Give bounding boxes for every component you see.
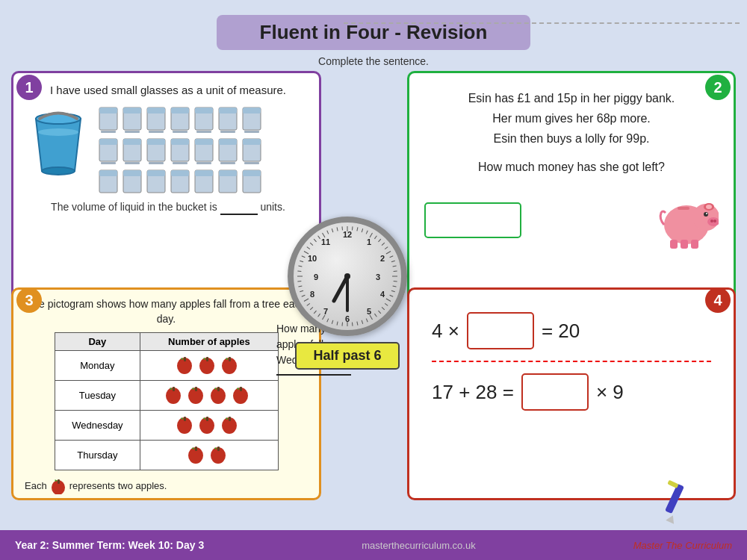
svg-rect-50 [123, 170, 141, 176]
clock-container: 12 3 6 9 1 2 4 5 7 8 10 11 Half past 6 [284, 217, 411, 370]
svg-line-179 [334, 276, 347, 301]
svg-rect-83 [206, 357, 208, 361]
q1-bottom-text: The volume of liquid in the bucket is un… [28, 199, 308, 215]
bucket-image [28, 104, 88, 178]
q3-intro: The pictogram shows how many apples fall… [25, 297, 308, 326]
piggy-bank-image [655, 189, 719, 252]
svg-point-72 [710, 220, 713, 223]
svg-line-117 [390, 256, 394, 258]
svg-line-144 [310, 307, 313, 309]
footer-left: Year 2: Summer Term: Week 10: Day 3 [15, 539, 204, 551]
svg-text:4: 4 [380, 290, 385, 299]
q4-eq1-right: = 20 [542, 320, 580, 343]
table-row: Thursday [55, 441, 278, 470]
svg-line-139 [332, 320, 333, 324]
svg-text:10: 10 [308, 254, 317, 263]
svg-line-142 [318, 314, 320, 317]
svg-rect-77 [670, 240, 678, 249]
svg-line-143 [314, 311, 316, 314]
svg-rect-89 [195, 387, 197, 391]
svg-line-146 [304, 299, 309, 302]
svg-text:6: 6 [345, 314, 350, 323]
svg-line-120 [394, 271, 397, 272]
svg-line-135 [352, 323, 353, 326]
svg-rect-41 [219, 139, 237, 145]
svg-rect-95 [184, 417, 186, 421]
dashed-line [344, 22, 740, 24]
table-header-apples: Number of apples [140, 333, 278, 351]
svg-rect-26 [99, 139, 117, 145]
q4-equation-2: 17 + 28 = × 9 [432, 373, 711, 411]
svg-line-114 [382, 243, 385, 245]
question-number-3: 3 [16, 287, 42, 313]
svg-line-158 [310, 243, 313, 245]
svg-line-130 [374, 314, 376, 317]
top-instruction: Complete the sentence. [0, 55, 747, 67]
svg-line-109 [362, 228, 363, 232]
svg-rect-27 [101, 162, 116, 164]
svg-line-159 [314, 239, 316, 242]
svg-text:11: 11 [321, 237, 330, 246]
svg-rect-11 [147, 108, 165, 113]
svg-rect-30 [125, 162, 140, 164]
svg-rect-181 [665, 484, 684, 514]
svg-line-112 [374, 236, 376, 239]
svg-point-3 [38, 128, 78, 136]
svg-rect-15 [173, 131, 187, 133]
svg-text:5: 5 [367, 307, 371, 316]
q1-sentence: I have used small glasses as a unit of m… [28, 82, 308, 98]
svg-rect-97 [206, 417, 208, 421]
svg-rect-9 [125, 131, 140, 133]
svg-rect-62 [219, 170, 237, 176]
apple-small-icon [50, 476, 66, 494]
svg-line-154 [300, 261, 303, 262]
q4-equation-1: 4 × = 20 [432, 312, 711, 349]
q4-eq2-answer[interactable] [521, 373, 589, 411]
footer-center: masterthecurriculum.co.uk [362, 540, 475, 551]
page-title: Fluent in Four - Revision [239, 21, 508, 44]
svg-line-153 [298, 266, 302, 267]
svg-line-148 [300, 290, 303, 292]
svg-line-150 [297, 281, 301, 281]
pen-icon [657, 479, 687, 524]
svg-rect-183 [667, 480, 678, 488]
svg-text:1: 1 [367, 237, 371, 246]
clock-ticks-svg: 12 3 6 9 1 2 4 5 7 8 10 11 [294, 223, 401, 330]
svg-point-2 [42, 167, 75, 175]
svg-line-127 [385, 303, 388, 305]
svg-rect-65 [243, 170, 261, 176]
q1-units: units. [260, 201, 285, 213]
svg-line-128 [382, 307, 385, 309]
question-number-2: 2 [705, 75, 731, 100]
svg-line-138 [337, 322, 338, 326]
svg-line-145 [307, 303, 310, 305]
svg-rect-42 [220, 162, 235, 164]
footer: Year 2: Summer Term: Week 10: Day 3 mast… [0, 530, 747, 560]
table-row: Monday [55, 351, 278, 381]
svg-line-163 [332, 228, 333, 232]
svg-rect-76 [678, 207, 689, 210]
table-row: Tuesday [55, 381, 278, 411]
svg-line-157 [307, 247, 310, 249]
svg-rect-105 [58, 479, 60, 484]
q3-answer-line [276, 374, 351, 376]
day-wednesday: Wednesday [55, 411, 140, 441]
clock-face: 12 3 6 9 1 2 4 5 7 8 10 11 [288, 217, 407, 336]
q2-question: How much money has she got left? [424, 161, 719, 174]
svg-rect-8 [123, 108, 141, 113]
question-number-4: 4 [705, 287, 731, 313]
svg-rect-78 [681, 240, 688, 249]
svg-rect-20 [219, 108, 237, 113]
svg-rect-29 [123, 139, 141, 145]
q4-eq1-answer[interactable] [467, 312, 534, 349]
clock-label: Half past 6 [295, 342, 400, 370]
svg-line-124 [391, 290, 395, 292]
svg-line-125 [390, 295, 394, 296]
q2-answer-box[interactable] [424, 202, 521, 238]
footer-right: Master The Curriculum [633, 540, 732, 551]
svg-rect-85 [229, 357, 231, 361]
svg-rect-44 [243, 139, 261, 145]
apples-monday [140, 351, 278, 381]
svg-line-116 [386, 252, 391, 255]
svg-rect-87 [173, 387, 175, 391]
